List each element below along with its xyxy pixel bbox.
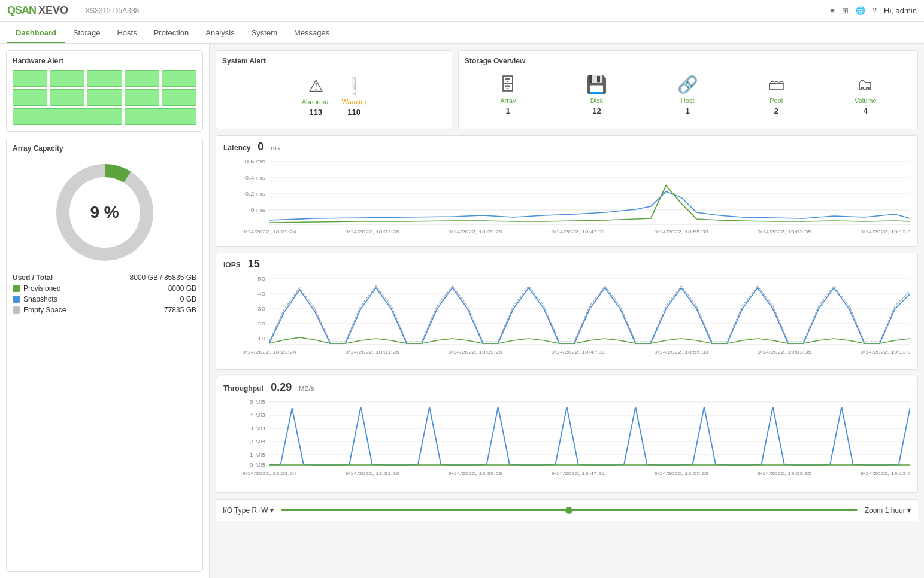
hw-cell-1 [13,70,47,87]
abnormal-count: 113 [309,108,322,117]
warning-count: 110 [347,108,360,117]
main-content: Hardware Alert Array Capacity [0,44,924,578]
svg-text:9/14/2022, 19:03:35: 9/14/2022, 19:03:35 [757,229,811,235]
svg-text:30: 30 [257,306,265,312]
nav-hosts[interactable]: Hosts [108,23,145,43]
empty-dot [13,306,20,314]
io-slider-wrap [281,509,858,511]
hardware-alert-card: Hardware Alert [6,50,203,132]
snapshots-label: Snapshots [23,295,57,303]
logo-xevo: XEVO [38,4,68,17]
capacity-percentage: 9 % [90,203,119,222]
header-left: QSAN XEVO | XS3312-D5A338 [7,4,139,17]
top-header: QSAN XEVO | XS3312-D5A338 ≡ ⊞ 🌐 ? Hi, ad… [0,0,924,22]
nav-protection[interactable]: Protection [146,23,198,43]
legend-snapshots-item: Snapshots [13,295,57,303]
nav-messages[interactable]: Messages [286,23,338,43]
abnormal-label: Abnormal [302,98,330,105]
array-capacity-title: Array Capacity [13,144,196,153]
array-capacity-card: Array Capacity 9 % Used / Total [6,138,203,572]
hw-cell-10 [162,89,196,106]
legend-provisioned: Provisioned 8000 GB [13,283,196,294]
host-count: 1 [686,107,690,115]
nav-system[interactable]: System [243,23,286,43]
storage-host[interactable]: 🔗 Host 1 [677,75,698,115]
nav-dashboard[interactable]: Dashboard [7,23,65,43]
hw-cell-11 [13,108,122,125]
zoom-label[interactable]: Zoom 1 hour ▾ [865,506,911,515]
svg-text:3 MB: 3 MB [249,425,265,431]
array-count: 1 [506,107,510,115]
array-label: Array [500,97,516,104]
iops-value: 15 [248,258,260,270]
hw-cell-9 [125,89,159,106]
storage-overview-title: Storage Overview [465,57,911,65]
io-type-label[interactable]: I/O Type R+W ▾ [223,506,274,515]
storage-pool[interactable]: 🗃 Pool 2 [768,75,784,115]
svg-text:9/14/2022, 19:13:08: 9/14/2022, 19:13:08 [860,229,910,235]
svg-text:1 MB: 1 MB [249,452,265,458]
host-label: Host [681,97,695,104]
nav-analysis[interactable]: Analysis [197,23,243,43]
volume-label: Volume [855,97,877,104]
iops-header: IOPS 15 [223,258,910,270]
disk-label: Disk [590,97,603,104]
help-icon[interactable]: ? [873,6,877,15]
alert-abnormal[interactable]: ⚠ Abnormal 113 [302,76,330,117]
svg-text:0 ms: 0 ms [250,207,265,213]
latency-chart-wrap: 0.6 ms 0.4 ms 0.2 ms 0 ms 9/14/2022, 18:… [223,156,910,241]
globe-icon[interactable]: 🌐 [856,6,865,15]
throughput-value: 0.29 [271,381,292,394]
storage-disk[interactable]: 💾 Disk 12 [586,75,607,115]
nav-storage[interactable]: Storage [65,23,109,43]
legend-empty-space: Empty Space 77835 GB [13,305,196,315]
logo[interactable]: QSAN XEVO [7,4,68,17]
grid-icon[interactable]: ⊞ [842,6,849,15]
storage-volume[interactable]: 🗂 Volume 4 [855,75,877,115]
legend-used-total: Used / Total 8000 GB / 85835 GB [13,272,196,283]
throughput-title: Throughput [223,384,263,393]
latency-chart-card: Latency 0 ms 0.6 ms 0.4 ms 0.2 ms 0 ms [216,135,918,247]
hw-cell-4 [125,70,159,87]
snapshots-dot [13,296,20,303]
latency-title: Latency [223,144,250,152]
snapshots-value: 0 GB [180,295,196,303]
provisioned-dot [13,285,20,292]
empty-label: Empty Space [23,306,66,314]
hw-cell-8 [87,89,122,106]
disk-icon: 💾 [586,75,607,95]
hw-cell-5 [162,70,196,87]
svg-text:9/14/2022, 18:31:26: 9/14/2022, 18:31:26 [345,471,399,476]
legend-used-total-label: Used / Total [13,273,53,282]
user-greeting: Hi, admin [884,6,917,15]
abnormal-icon: ⚠ [308,76,323,96]
alert-warning[interactable]: ❕ Warning 110 [342,76,366,117]
svg-text:9/14/2022, 18:31:26: 9/14/2022, 18:31:26 [345,229,399,235]
svg-text:9/14/2022, 18:47:31: 9/14/2022, 18:47:31 [551,229,605,235]
svg-text:9/14/2022, 18:23:24: 9/14/2022, 18:23:24 [242,349,296,355]
svg-text:0.2 ms: 0.2 ms [245,191,265,197]
svg-text:4 MB: 4 MB [249,412,265,418]
sliders-icon[interactable]: ≡ [830,6,835,15]
latency-svg: 0.6 ms 0.4 ms 0.2 ms 0 ms 9/14/2022, 18:… [223,156,910,239]
svg-text:9/14/2022, 18:55:33: 9/14/2022, 18:55:33 [654,349,708,355]
svg-text:9/14/2022, 18:23:24: 9/14/2022, 18:23:24 [242,471,296,476]
svg-text:9/14/2022, 18:55:33: 9/14/2022, 18:55:33 [654,471,708,476]
pool-label: Pool [770,97,783,104]
io-bar: I/O Type R+W ▾ Zoom 1 hour ▾ [216,499,918,521]
storage-array[interactable]: 🗄 Array 1 [499,75,516,115]
device-id: XS3312-D5A338 [80,7,139,15]
empty-value: 77835 GB [164,306,196,314]
hw-cell-6 [13,89,47,106]
svg-text:9/14/2022, 19:13:08: 9/14/2022, 19:13:08 [860,349,910,355]
svg-text:2 MB: 2 MB [249,439,265,445]
svg-text:9/14/2022, 18:31:26: 9/14/2022, 18:31:26 [345,349,399,355]
legend-snapshots: Snapshots 0 GB [13,294,196,305]
hw-cell-2 [50,70,84,87]
svg-text:0.6 ms: 0.6 ms [245,159,265,165]
host-icon: 🔗 [677,75,698,95]
hw-cell-12 [125,108,196,125]
io-slider[interactable] [281,509,858,511]
svg-text:9/14/2022, 18:47:31: 9/14/2022, 18:47:31 [551,349,605,355]
warning-label: Warning [342,98,366,105]
